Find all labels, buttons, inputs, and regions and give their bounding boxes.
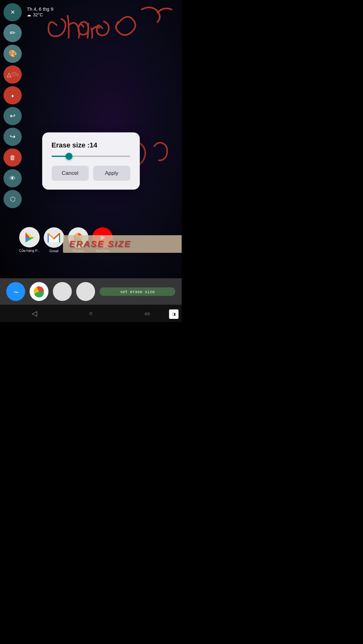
dialog-button-row: Cancel Apply <box>52 166 130 181</box>
cancel-button[interactable]: Cancel <box>52 166 89 181</box>
slider-thumb[interactable] <box>65 153 72 160</box>
erase-size-slider-container[interactable] <box>52 156 130 157</box>
slider-track[interactable] <box>52 156 130 157</box>
dialog-title: Erase size :14 <box>52 141 130 149</box>
erase-size-dialog-overlay: Erase size :14 Cancel Apply <box>0 0 182 322</box>
dialog-value: 14 <box>90 141 97 149</box>
apply-button[interactable]: Apply <box>93 166 130 181</box>
erase-size-dialog: Erase size :14 Cancel Apply <box>42 132 140 190</box>
